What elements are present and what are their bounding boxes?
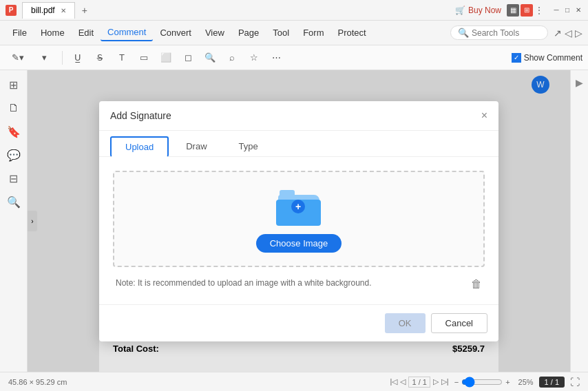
cancel-button[interactable]: Cancel [431, 313, 487, 333]
add-signature-modal: Add Signature × Upload Draw Type [99, 101, 498, 341]
forward-icon[interactable]: ▷ [575, 28, 582, 39]
titlebar: P bill.pdf ✕ + 🛒 Buy Now ▦ ⊞ ⋮ ─ □ ✕ [0, 0, 588, 21]
buy-now-link[interactable]: Buy Now [468, 6, 501, 15]
more-icon: ⋯ [272, 52, 281, 63]
menu-edit[interactable]: Edit [72, 25, 101, 41]
separator-1 [62, 51, 63, 65]
external-link-icon[interactable]: ↗ [554, 28, 562, 39]
modal-footer: OK Cancel [99, 304, 498, 341]
toolbar: ✎▾ ▾ U̲ S̶ T ▭ ⬜ ◻ 🔍 ⌕ ☆ ⋯ ✓ Show Commen… [0, 45, 588, 70]
page-indicator: 1 / 1 [539, 377, 565, 388]
menu-comment[interactable]: Comment [101, 24, 153, 41]
toolbar-search[interactable]: 🔍 [200, 49, 220, 67]
statusbar: 45.86 × 95.29 cm |◁ ◁ 1 / 1 ▷ ▷| − + 25%… [0, 372, 588, 391]
menu-protect[interactable]: Protect [330, 25, 372, 41]
star-icon: ☆ [250, 52, 258, 63]
left-icon-bookmark[interactable]: 🔖 [5, 123, 23, 140]
text-icon: T [119, 52, 125, 63]
toolbar-group-1: ✎▾ ▾ [6, 49, 56, 67]
first-page-btn[interactable]: |◁ [390, 377, 398, 386]
choose-image-btn[interactable]: Choose Image [256, 234, 342, 253]
tab-close-btn[interactable]: ✕ [61, 7, 66, 14]
minimize-btn[interactable]: ─ [552, 6, 560, 14]
upload-inner: + Choose Image [256, 184, 342, 253]
prev-page-btn[interactable]: ◁ [400, 377, 406, 386]
tab-bill-pdf[interactable]: bill.pdf ✕ [22, 2, 75, 19]
menu-page[interactable]: Page [231, 25, 266, 41]
modal-body: + Choose Image Note: It is recommended t… [99, 157, 498, 304]
right-panel: ▶ [570, 70, 588, 372]
dimensions-label: 45.86 × 95.29 cm [8, 378, 67, 386]
toolbar-dropdown-1[interactable]: ✎▾ [6, 49, 30, 67]
toolbar-underline[interactable]: U̲ [68, 49, 87, 67]
modal-close-btn[interactable]: × [481, 109, 487, 122]
left-icon-pages[interactable]: 🗋 [5, 99, 23, 117]
toolbar-search2[interactable]: ⌕ [222, 49, 242, 67]
back-icon[interactable]: ◁ [565, 28, 572, 39]
left-icon-comment[interactable]: 💬 [5, 146, 23, 164]
tab-upload[interactable]: Upload [110, 136, 169, 157]
left-icon-layers[interactable]: ⊟ [5, 169, 23, 187]
underline-icon: U̲ [74, 52, 81, 63]
zoom-in-btn[interactable]: + [505, 378, 510, 386]
toolbar-star[interactable]: ☆ [244, 49, 264, 67]
main-layout: ⊞ 🗋 🔖 💬 ⊟ 🔍 Wine Breather Carafe $59.95 … [0, 70, 588, 372]
content-area: Wine Breather Carafe $59.95 KIVA DINING … [28, 70, 570, 372]
last-page-btn[interactable]: ▷| [441, 377, 449, 386]
left-icon-search[interactable]: 🔍 [5, 193, 23, 211]
search-input[interactable] [472, 28, 540, 38]
shape2-icon: ◻ [185, 52, 192, 63]
rectangle-icon: ▭ [140, 52, 148, 63]
close-btn[interactable]: ✕ [574, 6, 582, 14]
menu-file[interactable]: File [6, 25, 34, 41]
toolbar-dropdown-2[interactable]: ▾ [32, 49, 56, 67]
zoom-slider[interactable] [461, 377, 503, 388]
toolbar-icon-2: ⊞ [521, 4, 533, 17]
shape1-icon: ⬜ [160, 52, 171, 63]
menu-dots[interactable]: ⋮ [534, 6, 544, 15]
statusbar-right: |◁ ◁ 1 / 1 ▷ ▷| − + 25% 1 / 1 ⛶ [390, 377, 580, 388]
delete-icon[interactable]: 🗑 [471, 278, 482, 290]
show-comment-label: Show Comment [524, 53, 582, 63]
toolbar-shape2[interactable]: ◻ [178, 49, 198, 67]
maximize-btn[interactable]: □ [563, 6, 571, 14]
highlight-icon: ▾ [42, 52, 47, 63]
note-area: Note: It is recommended to upload an ima… [113, 278, 485, 290]
toolbar-strikethrough[interactable]: S̶ [90, 49, 109, 67]
toolbar-more[interactable]: ⋯ [266, 49, 286, 67]
menu-view[interactable]: View [198, 25, 231, 41]
tab-bar: bill.pdf ✕ + [22, 2, 93, 19]
search-icon: 🔍 [458, 28, 469, 38]
tab-type[interactable]: Type [224, 136, 273, 156]
ok-button[interactable]: OK [385, 313, 426, 333]
checkmark-icon: ✓ [514, 54, 519, 61]
toolbar-rect[interactable]: ▭ [134, 49, 154, 67]
strikethrough-icon: S̶ [97, 52, 103, 63]
page-input[interactable]: 1 / 1 [408, 377, 430, 388]
add-circle-icon: + [291, 200, 305, 213]
folder-icon: + [275, 184, 323, 226]
zoom-control: − + 25% [454, 377, 534, 388]
upload-area[interactable]: + Choose Image [113, 171, 485, 267]
menu-home[interactable]: Home [34, 25, 72, 41]
toolbar-icon-1: ▦ [507, 4, 519, 17]
tab-draw[interactable]: Draw [171, 136, 221, 156]
menu-tool[interactable]: Tool [266, 25, 296, 41]
menu-form[interactable]: Form [296, 25, 330, 41]
left-panel: ⊞ 🗋 🔖 💬 ⊟ 🔍 [0, 70, 28, 372]
new-tab-btn[interactable]: + [76, 2, 93, 19]
right-icon-1[interactable]: ▶ [573, 76, 587, 89]
zoom-out-btn[interactable]: − [454, 378, 459, 386]
toolbar-text[interactable]: T [112, 49, 132, 67]
search2-icon: ⌕ [229, 52, 235, 63]
toolbar-shape1[interactable]: ⬜ [156, 49, 176, 67]
menu-convert[interactable]: Convert [153, 25, 198, 41]
fullscreen-btn[interactable]: ⛶ [570, 377, 580, 388]
show-comment-checkbox[interactable]: ✓ [512, 53, 521, 63]
zoom-value: 25% [513, 378, 534, 386]
next-page-btn[interactable]: ▷ [433, 377, 439, 386]
search-toolbar-icon: 🔍 [204, 52, 216, 63]
left-icon-grid[interactable]: ⊞ [5, 76, 23, 94]
search-box[interactable]: 🔍 [450, 25, 548, 40]
pencil-icon: ✎▾ [12, 52, 24, 63]
